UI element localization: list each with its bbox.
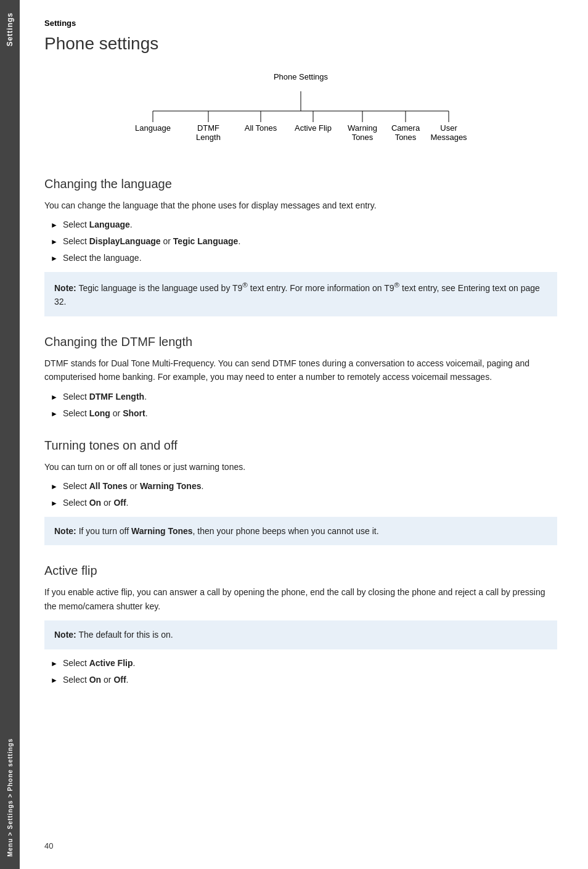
tones-body-text: You can turn on or off all tones or just… xyxy=(44,460,557,474)
sidebar: Settings Menu > Settings > Phone setting… xyxy=(0,0,20,869)
section-heading-dtmf: Changing the DTMF length xyxy=(44,335,557,350)
active-flip-bullet-list: ► Select Active Flip. ► Select On or Off… xyxy=(51,657,557,686)
language-note-box: Note: Tegic language is the language use… xyxy=(44,272,557,316)
list-item: ► Select On or Off. xyxy=(51,673,557,686)
diagram: Phone Settings Language DTMF Length xyxy=(116,72,486,152)
svg-text:User: User xyxy=(440,123,457,133)
page-number: 40 xyxy=(44,841,53,850)
bullet-text: Select DTMF Length. xyxy=(63,390,147,403)
diagram-title: Phone Settings xyxy=(116,72,486,81)
list-item: ► Select On or Off. xyxy=(51,496,557,509)
sidebar-bottom-label: Menu > Settings > Phone settings xyxy=(7,738,14,857)
list-item: ► Select Active Flip. xyxy=(51,657,557,670)
bullet-arrow-icon: ► xyxy=(51,392,58,403)
bullet-text: Select Language. xyxy=(63,218,133,231)
bullet-arrow-icon: ► xyxy=(51,408,58,419)
active-flip-body-text: If you enable active flip, you can answe… xyxy=(44,585,557,613)
diagram-container: Phone Settings Language DTMF Length xyxy=(44,72,557,152)
bullet-arrow-icon: ► xyxy=(51,236,58,247)
svg-text:Messages: Messages xyxy=(430,133,467,142)
bullet-text: Select the language. xyxy=(63,252,142,265)
language-body-text: You can change the language that the pho… xyxy=(44,199,557,212)
bullet-text: Select Active Flip. xyxy=(63,657,136,670)
tree-diagram: Language DTMF Length All Tones Active Fl… xyxy=(116,86,486,154)
page-title: Phone settings xyxy=(44,34,557,54)
section-heading-tones: Turning tones on and off xyxy=(44,439,557,454)
bullet-arrow-icon: ► xyxy=(51,253,58,264)
svg-text:DTMF: DTMF xyxy=(197,123,219,133)
main-content: Settings Phone settings Phone Settings xyxy=(20,0,588,869)
section-heading-active-flip: Active flip xyxy=(44,564,557,579)
svg-text:Tones: Tones xyxy=(395,133,417,142)
section-heading-language: Changing the language xyxy=(44,177,557,192)
tones-note-box: Note: If you turn off Warning Tones, the… xyxy=(44,517,557,545)
svg-text:Tones: Tones xyxy=(352,133,374,142)
sidebar-top-label: Settings xyxy=(6,12,14,46)
bullet-arrow-icon: ► xyxy=(51,220,58,231)
svg-text:Length: Length xyxy=(196,133,221,142)
list-item: ► Select the language. xyxy=(51,252,557,265)
dtmf-body-text: DTMF stands for Dual Tone Multi-Frequenc… xyxy=(44,356,557,384)
note-label: Note: xyxy=(54,283,76,293)
list-item: ► Select DisplayLanguage or Tegic Langua… xyxy=(51,235,557,248)
bullet-text: Select DisplayLanguage or Tegic Language… xyxy=(63,235,240,248)
svg-text:Warning: Warning xyxy=(348,123,377,133)
list-item: ► Select DTMF Length. xyxy=(51,390,557,403)
list-item: ► Select Language. xyxy=(51,218,557,231)
note-label: Note: xyxy=(54,526,76,536)
bullet-text: Select On or Off. xyxy=(63,496,129,509)
list-item: ► Select Long or Short. xyxy=(51,407,557,420)
bullet-arrow-icon: ► xyxy=(51,675,58,686)
bullet-text: Select All Tones or Warning Tones. xyxy=(63,480,203,493)
svg-text:All Tones: All Tones xyxy=(245,123,277,133)
active-flip-note-box: Note: The default for this is on. xyxy=(44,620,557,649)
language-bullet-list: ► Select Language. ► Select DisplayLangu… xyxy=(51,218,557,265)
dtmf-bullet-list: ► Select DTMF Length. ► Select Long or S… xyxy=(51,390,557,420)
tones-bullet-list: ► Select All Tones or Warning Tones. ► S… xyxy=(51,480,557,509)
svg-text:Language: Language xyxy=(135,123,171,133)
breadcrumb: Settings xyxy=(44,19,557,28)
bullet-arrow-icon: ► xyxy=(51,481,58,492)
bullet-text: Select Long or Short. xyxy=(63,407,148,420)
bullet-arrow-icon: ► xyxy=(51,658,58,669)
svg-text:Active Flip: Active Flip xyxy=(295,123,332,133)
list-item: ► Select All Tones or Warning Tones. xyxy=(51,480,557,493)
svg-text:Camera: Camera xyxy=(391,123,420,133)
bullet-arrow-icon: ► xyxy=(51,498,58,509)
note-label: Note: xyxy=(54,630,76,640)
bullet-text: Select On or Off. xyxy=(63,673,129,686)
